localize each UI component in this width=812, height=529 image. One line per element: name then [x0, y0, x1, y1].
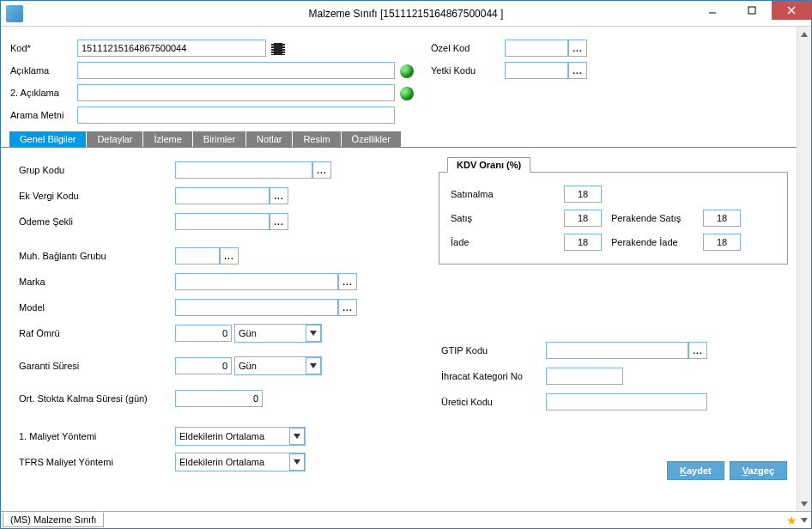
- ozelkod-lookup-button[interactable]: ...: [568, 40, 587, 57]
- star-icon[interactable]: ★: [786, 514, 797, 527]
- tab-ozellikler[interactable]: Özellikler: [342, 131, 401, 147]
- ek-vergi-label: Ek Vergi Kodu: [18, 184, 173, 208]
- raf-omru-unit-select[interactable]: Gün: [234, 324, 322, 343]
- globe-icon[interactable]: [400, 87, 414, 100]
- save-button[interactable]: Kaydet: [667, 461, 724, 480]
- model-label: Model: [18, 295, 173, 319]
- tab-resim[interactable]: Resim: [293, 131, 340, 147]
- model-input[interactable]: [175, 299, 338, 316]
- uretici-label: Üretici Kodu: [440, 390, 543, 414]
- ort-stok-label: Ort. Stokta Kalma Süresi (gün): [18, 386, 173, 410]
- garanti-unit-select[interactable]: Gün: [234, 356, 322, 375]
- ozelkod-label: Özel Kod: [430, 39, 504, 58]
- scroll-up-button[interactable]: [797, 27, 811, 41]
- iade-input[interactable]: [564, 234, 602, 251]
- ek-vergi-lookup-button[interactable]: ...: [270, 187, 288, 204]
- status-tab[interactable]: (MS) Malzeme Sınıfı: [3, 513, 104, 527]
- kdv-group: Satınalma Satış Perakende Satış: [439, 172, 788, 264]
- satis-label: Satış: [450, 207, 561, 229]
- maximize-button[interactable]: [732, 1, 772, 20]
- gtip-label: GTIP Kodu: [440, 338, 543, 362]
- tfrs-label: TFRS Maliyet Yöntemi: [18, 450, 173, 474]
- grup-kodu-input[interactable]: [175, 161, 312, 179]
- ihracat-input[interactable]: [546, 368, 623, 385]
- chevron-down-icon[interactable]: [801, 518, 808, 523]
- muh-bag-lookup-button[interactable]: ...: [220, 247, 239, 264]
- per-satis-input[interactable]: [703, 210, 741, 227]
- garanti-label: Garanti Süresi: [18, 354, 173, 378]
- odeme-sekli-lookup-button[interactable]: ...: [270, 213, 288, 230]
- aciklama-label: Açıklama: [9, 61, 76, 80]
- muh-bag-label: Muh. Bağlantı Grubu: [18, 244, 173, 268]
- yetkikodu-label: Yetki Kodu: [430, 61, 504, 80]
- raf-omru-label: Raf Ömrü: [18, 321, 173, 345]
- yetkikodu-input[interactable]: [505, 62, 568, 79]
- film-icon[interactable]: [271, 43, 285, 55]
- per-satis-label: Perakende Satış: [604, 207, 700, 229]
- ihracat-label: İhracat Kategori No: [440, 364, 543, 388]
- globe-icon[interactable]: [400, 64, 414, 78]
- close-button[interactable]: [772, 1, 811, 20]
- garanti-input[interactable]: [175, 357, 232, 374]
- odeme-sekli-input[interactable]: [175, 213, 270, 230]
- tab-detaylar[interactable]: Detaylar: [87, 131, 142, 147]
- ort-stok-input[interactable]: [175, 390, 263, 407]
- aciklama2-input[interactable]: [77, 84, 395, 101]
- marka-input[interactable]: [175, 273, 338, 290]
- marka-label: Marka: [18, 270, 173, 294]
- ek-vergi-input[interactable]: [175, 187, 270, 204]
- satinalma-input[interactable]: [564, 185, 602, 203]
- arama-input[interactable]: [77, 106, 395, 124]
- scroll-track[interactable]: [797, 41, 811, 496]
- app-window: Malzeme Sınıfı [15111215164867500044 ] K…: [0, 0, 812, 529]
- kod-label: Kod*: [9, 39, 76, 58]
- grup-kodu-lookup-button[interactable]: ...: [312, 161, 331, 179]
- maliyet1-select[interactable]: Eldekilerin Ortalama: [175, 427, 306, 446]
- grup-kodu-label: Grup Kodu: [18, 158, 173, 182]
- tab-notlar[interactable]: Notlar: [246, 131, 292, 147]
- scroll-down-button[interactable]: [797, 496, 811, 511]
- cancel-button[interactable]: Vazgeç: [730, 461, 787, 480]
- ozelkod-input[interactable]: [505, 40, 568, 57]
- maliyet1-label: 1. Maliyet Yöntemi: [18, 424, 173, 448]
- tab-genel-bilgiler[interactable]: Genel Bilgiler: [9, 131, 86, 147]
- muh-bag-input[interactable]: [175, 247, 220, 264]
- tab-birimler[interactable]: Birimler: [193, 131, 245, 147]
- per-iade-label: Perakende İade: [604, 231, 700, 253]
- odeme-sekli-label: Ödeme Şekli: [18, 210, 173, 234]
- model-lookup-button[interactable]: ...: [338, 299, 357, 316]
- gtip-input[interactable]: [546, 342, 688, 359]
- kod-input[interactable]: [77, 40, 266, 57]
- yetkikodu-lookup-button[interactable]: ...: [568, 62, 587, 79]
- statusbar: (MS) Malzeme Sınıfı ★: [1, 511, 811, 528]
- arama-label: Arama Metni: [9, 106, 76, 125]
- iade-label: İade: [450, 231, 561, 253]
- marka-lookup-button[interactable]: ...: [338, 273, 357, 290]
- app-icon: [6, 5, 23, 22]
- satis-input[interactable]: [564, 210, 602, 227]
- aciklama2-label: 2. Açıklama: [9, 83, 76, 102]
- kdv-group-title: KDV Oranı (%): [447, 157, 530, 173]
- raf-omru-input[interactable]: [175, 325, 232, 342]
- aciklama-input[interactable]: [77, 62, 395, 79]
- window-title: Malzeme Sınıfı [15111215164867500044 ]: [309, 8, 504, 20]
- satinalma-label: Satınalma: [450, 183, 561, 205]
- gtip-lookup-button[interactable]: ...: [688, 342, 707, 359]
- per-iade-input[interactable]: [703, 234, 741, 251]
- svg-rect-1: [748, 7, 755, 14]
- minimize-button[interactable]: [693, 1, 732, 20]
- titlebar: Malzeme Sınıfı [15111215164867500044 ]: [1, 1, 811, 27]
- uretici-input[interactable]: [546, 393, 707, 410]
- tfrs-select[interactable]: Eldekilerin Ortalama: [175, 453, 306, 471]
- tab-izleme[interactable]: İzleme: [143, 131, 191, 147]
- vertical-scrollbar[interactable]: [797, 27, 811, 511]
